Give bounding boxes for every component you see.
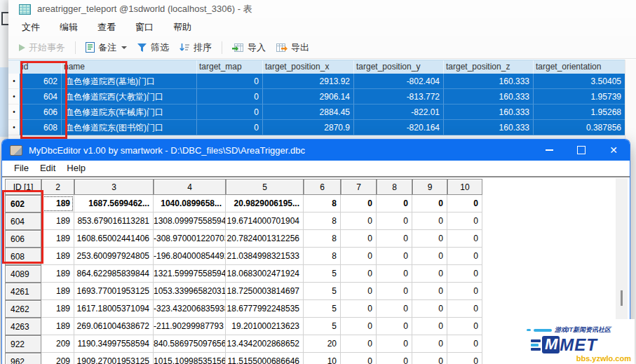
table-cell[interactable]: 0 [341, 353, 377, 364]
table-cell[interactable]: 1308.09997558594 [154, 213, 226, 230]
table-cell[interactable]: 160.333 [444, 74, 534, 89]
table-row[interactable]: 608189253.600997924805-196.8040008544922… [5, 248, 482, 265]
filter-button[interactable]: 筛选 [132, 39, 174, 56]
dbc-column-header[interactable]: 8 [377, 179, 412, 195]
dbc-row-header[interactable]: 602 [5, 195, 41, 213]
export-button[interactable]: 导出 [271, 39, 314, 56]
table-cell[interactable]: 0 [341, 283, 377, 300]
table-cell[interactable]: 20.9829006195... [226, 195, 304, 213]
dbc-column-header[interactable]: 9 [412, 179, 447, 195]
table-cell[interactable]: 253.600997924805 [74, 248, 154, 265]
table-cell[interactable]: 1.95739 [534, 89, 625, 105]
table-cell[interactable]: 2870.9 [263, 120, 354, 135]
table-cell[interactable]: 2906.14 [263, 89, 354, 105]
table-cell[interactable]: 0 [412, 353, 447, 364]
menu-item-view[interactable]: 查看 [88, 21, 126, 34]
table-row[interactable]: 42611891693.770019531251053.339965820311… [5, 283, 482, 300]
table-cell[interactable]: 0 [377, 195, 412, 213]
table-cell[interactable]: 0.387856 [534, 120, 625, 135]
table-row[interactable]: 4089189864.6229858398441321.599975585941… [5, 265, 482, 283]
table-cell[interactable]: 1617.18005371094 [74, 300, 154, 318]
menu-item-file[interactable]: File [8, 163, 34, 173]
table-cell[interactable]: 0 [197, 89, 263, 105]
dbc-column-header[interactable]: 3 [74, 179, 154, 195]
table-cell[interactable]: 209 [41, 353, 74, 364]
table-cell[interactable]: 血色修道院东(图书馆)门口 [62, 120, 197, 135]
sort-button[interactable]: 排序 [174, 39, 217, 56]
table-cell[interactable]: -813.772 [354, 89, 444, 105]
table-row[interactable]: 9622091909.270019531251015.1099853515611… [5, 353, 482, 364]
table-cell[interactable]: 5 [304, 318, 341, 335]
table-cell[interactable]: 0 [447, 318, 482, 335]
table-cell[interactable]: 602 [20, 74, 62, 89]
table-cell[interactable]: 19.6714000701904 [226, 213, 304, 230]
table-cell[interactable]: 0 [377, 265, 412, 283]
table-cell[interactable]: 0 [447, 283, 482, 300]
table-cell[interactable]: 18.7250003814697 [226, 283, 304, 300]
begin-transaction-button[interactable]: 开始事务 [14, 39, 70, 56]
table-cell[interactable]: 1040.0899658... [154, 195, 226, 213]
table-row[interactable]: •602血色修道院西(墓地)门口02913.92-802.404160.3333… [8, 74, 625, 89]
table-row[interactable]: 9222091190.34997558594840.58697509765613… [5, 335, 482, 353]
table-cell[interactable]: 189 [41, 300, 74, 318]
table-cell[interactable]: 0 [341, 335, 377, 353]
table-cell[interactable]: 0 [447, 335, 482, 353]
menu-item-edit[interactable]: Edit [34, 163, 61, 173]
table-cell[interactable]: 0 [197, 120, 263, 135]
table-cell[interactable]: 20.7824001312256 [226, 230, 304, 248]
table-cell[interactable]: 1687.5699462... [74, 195, 154, 213]
dbc-column-header[interactable]: 6 [304, 179, 341, 195]
table-cell[interactable]: 189 [41, 283, 74, 300]
table-cell[interactable]: 0 [447, 213, 482, 230]
table-cell[interactable]: 1909.27001953125 [74, 353, 154, 364]
table-cell[interactable]: -822.01 [354, 105, 444, 120]
table-cell[interactable]: -196.804000854492 [154, 248, 226, 265]
table-cell[interactable]: 160.333 [444, 120, 534, 135]
table-cell[interactable]: 0 [341, 300, 377, 318]
dbc-row-header[interactable]: 4089 [5, 265, 41, 283]
table-cell[interactable]: 2884.45 [263, 105, 354, 120]
menu-item-help[interactable]: 帮助 [163, 21, 201, 34]
table-cell[interactable]: 269.061004638672 [74, 318, 154, 335]
table-cell[interactable]: 0 [341, 248, 377, 265]
table-cell[interactable]: 血色修道院东(军械库)门口 [62, 105, 197, 120]
column-header[interactable]: id [20, 60, 62, 74]
table-cell[interactable]: 608 [20, 120, 62, 135]
table-row[interactable]: 4263189269.061004638672-211.902999877931… [5, 318, 482, 335]
table-cell[interactable]: 8 [304, 213, 341, 230]
dbc-column-header[interactable]: 10 [447, 179, 482, 195]
table-cell[interactable]: 853.679016113281 [74, 213, 154, 230]
dbc-row-header[interactable]: 4261 [5, 283, 41, 300]
table-cell[interactable]: 0 [341, 230, 377, 248]
menu-item-help[interactable]: Help [61, 163, 91, 173]
table-cell[interactable]: 0 [447, 300, 482, 318]
dbc-row-header[interactable]: 922 [5, 335, 41, 353]
table-cell[interactable]: 8 [304, 230, 341, 248]
table-cell[interactable]: 0 [377, 230, 412, 248]
table-cell[interactable]: -211.90299987793 [154, 318, 226, 335]
table-cell[interactable]: 0 [377, 248, 412, 265]
table-row[interactable]: 6061891608.65002441406-308.9700012207032… [5, 230, 482, 248]
table-cell[interactable]: 0 [341, 318, 377, 335]
table-cell[interactable]: -802.404 [354, 74, 444, 89]
table-cell[interactable]: 18.6777992248535 [226, 300, 304, 318]
table-cell[interactable]: 1190.34997558594 [74, 335, 154, 353]
column-header[interactable]: target_orientation [534, 60, 625, 74]
table-cell[interactable]: 0 [377, 318, 412, 335]
table-cell[interactable]: 189 [41, 248, 74, 265]
menu-item-edit[interactable]: 编辑 [50, 21, 88, 34]
column-header[interactable]: target_position_z [444, 60, 534, 74]
note-button[interactable]: 备注 [81, 39, 132, 56]
table-cell[interactable]: 606 [20, 105, 62, 120]
table-cell[interactable]: 21.0384998321533 [226, 248, 304, 265]
table-cell[interactable]: 189 [41, 213, 74, 230]
table-cell[interactable]: 0 [447, 248, 482, 265]
table-cell[interactable]: 血色修道院西(大教堂)门口 [62, 89, 197, 105]
column-header[interactable]: name [62, 60, 197, 74]
table-cell[interactable]: 840.586975097656 [154, 335, 226, 353]
dbc-scrollbar-thumb[interactable] [621, 290, 623, 306]
table-cell[interactable]: 8 [304, 195, 341, 213]
table-cell[interactable]: 1015.10998535156 [154, 353, 226, 364]
table-cell[interactable]: 10 [304, 353, 341, 364]
table-cell[interactable]: 5 [304, 283, 341, 300]
